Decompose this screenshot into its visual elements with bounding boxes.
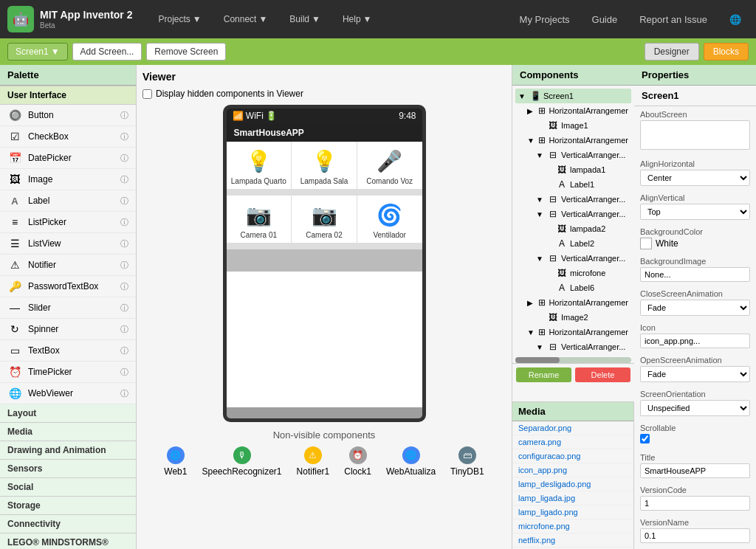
- comando-voz-icon: 🎤: [377, 149, 402, 173]
- comp-image2[interactable]: 🖼 Image2: [515, 310, 631, 325]
- media-item-lamp-ligado[interactable]: lamp_ligado.png: [512, 505, 633, 519]
- nav-connect[interactable]: Connect ▼: [216, 10, 275, 29]
- comp-lampada1[interactable]: 🖼 lampada1: [515, 162, 631, 177]
- comp-microfone[interactable]: 🖼 microfone: [515, 266, 631, 280]
- nav-my-projects[interactable]: My Projects: [512, 10, 577, 30]
- media-item-lamp-desligado[interactable]: lamp_desligado.png: [512, 477, 633, 491]
- comp-vertical3[interactable]: ▼ ⊟ VerticalArranger...: [515, 207, 631, 221]
- comp-horizontal1[interactable]: ▶ ⊞ HorizontalArrangemer: [515, 103, 631, 118]
- comp-label2[interactable]: A Label2: [515, 236, 631, 251]
- comp-lampada2[interactable]: 🖼 lampada2: [515, 221, 631, 236]
- tinydb1-icon: 🗃: [458, 446, 476, 464]
- phone-title-bar: SmartHouseAPP: [227, 123, 422, 142]
- media-item-netflix[interactable]: netflix.png: [512, 534, 633, 548]
- palette-item-spinner[interactable]: ↻ Spinner ⓘ: [0, 319, 136, 340]
- align-horizontal-select[interactable]: Center Left Right: [640, 170, 750, 186]
- background-image-input[interactable]: [640, 267, 750, 282]
- ventilador-label: Ventilador: [373, 231, 405, 239]
- bg-color-swatch[interactable]: [640, 238, 652, 249]
- top-navigation: 🤖 MIT App Inventor 2 Beta Projects ▼ Con…: [0, 0, 756, 38]
- screen-orientation-select[interactable]: Unspecified Portrait Landscape: [640, 400, 750, 416]
- phone-cell-lampada-sala: 💡 Lampada Sala: [292, 142, 357, 189]
- slider-icon: —: [7, 300, 22, 315]
- palette-category-lego[interactable]: LEGO® MINDSTORMS®: [0, 534, 136, 549]
- nav-help[interactable]: Help ▼: [335, 10, 379, 29]
- ha4-icon: ⊞: [537, 326, 546, 338]
- phone-bottom-bar: [227, 407, 422, 418]
- palette-item-notifier[interactable]: ⚠ Notifier ⓘ: [0, 255, 136, 276]
- delete-button[interactable]: Delete: [575, 367, 630, 382]
- media-item-separador[interactable]: Separador.png: [512, 421, 633, 435]
- palette-category-storage[interactable]: Storage: [0, 497, 136, 515]
- version-name-label: VersionName: [640, 518, 750, 527]
- hidden-components-checkbox[interactable]: [142, 89, 152, 99]
- nav-build[interactable]: Build ▼: [282, 10, 328, 29]
- palette-user-interface-header[interactable]: User Interface: [0, 86, 136, 105]
- comp-image1[interactable]: 🖼 Image1: [515, 118, 631, 133]
- comp-horizontal4[interactable]: ▼ ⊞ HorizontalArrangemer: [515, 325, 631, 339]
- media-item-configuracao[interactable]: configuracao.png: [512, 449, 633, 463]
- palette-category-social[interactable]: Social: [0, 478, 136, 497]
- comp-horizontal2[interactable]: ▼ ⊞ HorizontalArrangemer: [515, 133, 631, 148]
- comp-scrollbar[interactable]: [515, 357, 631, 363]
- palette-item-label[interactable]: A Label ⓘ: [0, 190, 136, 212]
- palette-item-passwordtextbox[interactable]: 🔑 PasswordTextBox ⓘ: [0, 276, 136, 297]
- media-item-lamp-ligada[interactable]: lamp_ligada.jpg: [512, 491, 633, 505]
- add-screen-button[interactable]: Add Screen...: [72, 43, 142, 61]
- comp-vertical1[interactable]: ▼ ⊟ VerticalArranger...: [515, 148, 631, 162]
- designer-button[interactable]: Designer: [645, 43, 699, 61]
- scrollable-checkbox[interactable]: [640, 434, 650, 443]
- microfone-icon: 🖼: [556, 267, 568, 279]
- media-item-microfone[interactable]: microfone.png: [512, 519, 633, 534]
- align-vertical-select[interactable]: Top Center Bottom: [640, 204, 750, 220]
- palette-item-slider[interactable]: — Slider ⓘ: [0, 297, 136, 319]
- comp-vertical5[interactable]: ▼ ⊟ VerticalArranger...: [515, 339, 631, 354]
- palette-item-button[interactable]: 🔘 Button ⓘ: [0, 105, 136, 126]
- open-anim-select[interactable]: Fade Zoom Slide: [640, 366, 750, 382]
- palette-header: Palette: [0, 65, 136, 86]
- palette-item-webviewer[interactable]: 🌐 WebViewer ⓘ: [0, 383, 136, 404]
- comp-vertical4[interactable]: ▼ ⊟ VerticalArranger...: [515, 251, 631, 266]
- title-input[interactable]: [640, 463, 750, 478]
- rename-button[interactable]: Rename: [516, 367, 571, 382]
- comp-label1[interactable]: A Label1: [515, 177, 631, 192]
- remove-screen-button[interactable]: Remove Screen: [146, 43, 226, 61]
- palette-category-media[interactable]: Media: [0, 423, 136, 441]
- version-code-input[interactable]: [640, 496, 750, 511]
- viewer-header: Viewer: [142, 71, 506, 83]
- nav-report[interactable]: Report an Issue: [632, 10, 715, 30]
- screen-orientation-label: ScreenOrientation: [640, 390, 750, 398]
- components-tree: ▼ 📱 Screen1 ▶ ⊞ HorizontalArrangemer 🖼 I…: [512, 86, 634, 357]
- blocks-button[interactable]: Blocks: [704, 43, 749, 61]
- lampada-sala-label: Lampada Sala: [300, 177, 348, 185]
- align-vertical-label: AlignVertical: [640, 193, 750, 202]
- palette-item-datepicker[interactable]: 📅 DatePicker ⓘ: [0, 148, 136, 169]
- prop-align-horizontal: AlignHorizontal Center Left Right: [634, 156, 756, 190]
- nav-projects[interactable]: Projects ▼: [151, 10, 208, 29]
- nav-globe-icon[interactable]: 🌐: [722, 10, 749, 30]
- palette-category-drawing[interactable]: Drawing and Animation: [0, 441, 136, 460]
- media-item-iconapp[interactable]: icon_app.png: [512, 463, 633, 477]
- version-name-input[interactable]: [640, 528, 750, 543]
- palette-category-sensors[interactable]: Sensors: [0, 460, 136, 478]
- palette-item-textbox[interactable]: ▭ TextBox ⓘ: [0, 340, 136, 362]
- comp-screen1[interactable]: ▼ 📱 Screen1: [515, 89, 631, 103]
- comp-vertical2[interactable]: ▼ ⊟ VerticalArranger...: [515, 192, 631, 207]
- comp-label6[interactable]: A Label6: [515, 280, 631, 295]
- about-screen-input[interactable]: [640, 120, 750, 150]
- comp-horizontal3[interactable]: ▶ ⊞ HorizontalArrangemer: [515, 295, 631, 310]
- palette-item-timepicker[interactable]: ⏰ TimePicker ⓘ: [0, 362, 136, 383]
- palette-category-connectivity[interactable]: Connectivity: [0, 515, 136, 534]
- media-item-camera[interactable]: camera.png: [512, 435, 633, 449]
- close-anim-select[interactable]: Fade Zoom Slide: [640, 300, 750, 316]
- palette-item-checkbox[interactable]: ☑ CheckBox ⓘ: [0, 126, 136, 148]
- nav-guide[interactable]: Guide: [585, 10, 625, 30]
- va1-icon: ⊟: [547, 149, 559, 161]
- palette-category-layout[interactable]: Layout: [0, 404, 136, 423]
- icon-input[interactable]: [640, 334, 750, 348]
- screen1-button[interactable]: Screen1 ▼: [7, 43, 68, 61]
- palette-item-listpicker[interactable]: ≡ ListPicker ⓘ: [0, 212, 136, 233]
- palette-item-listview[interactable]: ☰ ListView ⓘ: [0, 233, 136, 255]
- media-header: Media: [512, 402, 633, 421]
- palette-item-image[interactable]: 🖼 Image ⓘ: [0, 169, 136, 190]
